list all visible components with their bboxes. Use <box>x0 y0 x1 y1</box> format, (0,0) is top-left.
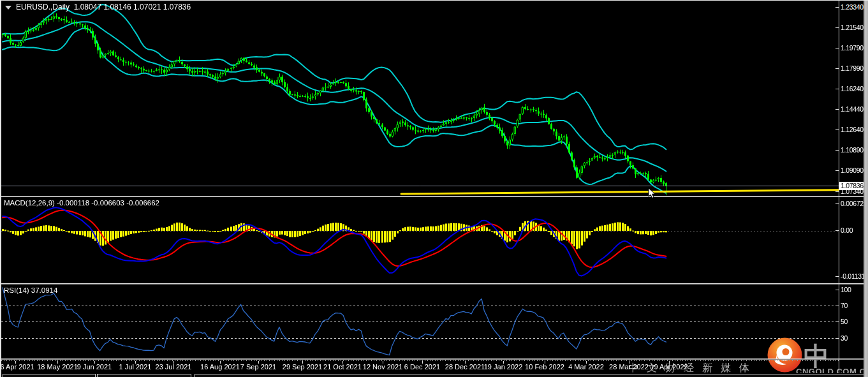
bottom-scrollbar[interactable] <box>1 373 868 377</box>
price-axis-tick <box>835 27 839 28</box>
price-axis-tick <box>835 191 839 192</box>
time-axis-tick <box>302 361 303 364</box>
time-axis-tick <box>465 361 466 364</box>
time-axis-tick <box>342 361 343 364</box>
price-axis-tick <box>835 170 839 171</box>
per-bar-ticks <box>1 360 839 361</box>
time-axis-tick <box>545 361 545 364</box>
time-axis-tick <box>57 361 58 364</box>
rsi-axis-tick <box>835 290 839 290</box>
macd-axis-tick <box>835 203 839 204</box>
price-axis-tick <box>835 129 839 130</box>
time-axis-tick <box>173 361 174 364</box>
time-axis-tick <box>669 361 670 364</box>
price-axis-tick <box>835 7 839 8</box>
panel-separator-macd-rsi[interactable] <box>1 283 864 285</box>
main-chart-canvas[interactable] <box>1 1 839 373</box>
price-axis-tick <box>835 89 839 89</box>
time-axis-tick <box>629 361 629 364</box>
price-axis-tick <box>835 48 839 48</box>
scrollbar-segment[interactable] <box>195 374 864 377</box>
mouse-cursor-icon <box>648 188 656 199</box>
rsi-indicator-label: RSI(14) 37.0914 <box>4 286 57 294</box>
symbol-title: EURUSD.,Daily <box>16 3 70 11</box>
chart-title-row: EURUSD.,Daily 1.08047 1.08146 1.07021 1.… <box>5 3 191 11</box>
window-edge-strip <box>864 1 868 377</box>
panel-separator-main-macd[interactable] <box>1 196 864 197</box>
time-axis-tick <box>94 361 95 364</box>
panel-separator-rsi-axis <box>1 359 864 360</box>
triangle-down-icon[interactable] <box>5 6 11 10</box>
macd-axis-tick <box>835 276 839 277</box>
time-axis-tick <box>422 361 423 364</box>
macd-axis-tick <box>835 230 839 231</box>
time-axis-tick <box>383 361 383 364</box>
rsi-axis-tick <box>835 322 839 322</box>
time-axis-tick <box>586 361 587 364</box>
price-axis-tick <box>835 109 839 110</box>
ohlc-values: 1.08047 1.08146 1.07021 1.07836 <box>74 3 191 11</box>
macd-indicator-label: MACD(12,26,9) -0.000118 -0.006603 -0.006… <box>4 199 159 207</box>
time-axis-tick <box>258 361 259 364</box>
rsi-axis-tick <box>835 306 839 306</box>
scrollbar-segment[interactable] <box>97 374 191 377</box>
time-axis-tick <box>15 361 16 364</box>
price-axis-tick <box>835 150 839 151</box>
time-axis-tick <box>135 361 136 364</box>
scrollbar-segment[interactable] <box>3 374 96 377</box>
time-axis-tick <box>503 361 504 364</box>
time-axis-tick <box>220 361 221 364</box>
time-axis-label: 19 Apr 2022 <box>640 363 698 371</box>
price-axis-tick <box>835 68 839 69</box>
rsi-axis-tick <box>835 338 839 339</box>
chart-window: EURUSD.,Daily 1.08047 1.08146 1.07021 1.… <box>0 0 868 377</box>
